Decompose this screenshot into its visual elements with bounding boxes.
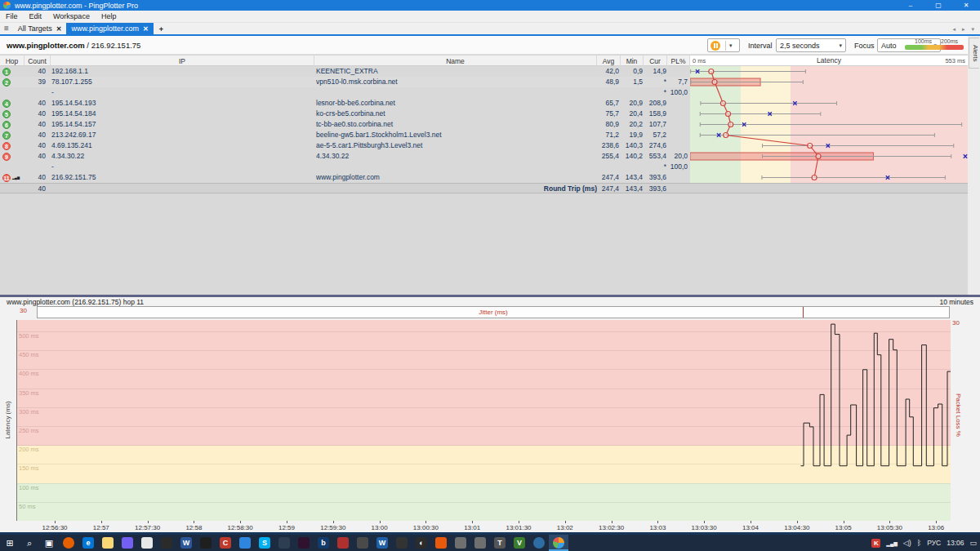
volume-icon[interactable]: ◁)	[903, 539, 911, 547]
tab-scroll-buttons[interactable]: ◂ ▸ ▾	[953, 26, 977, 33]
cell-count: 40	[24, 172, 46, 183]
defender-taskbar-icon[interactable]: W	[372, 535, 392, 551]
task-view-taskbar-icon[interactable]: ▣	[39, 535, 59, 551]
column-header-count[interactable]: Count	[24, 56, 51, 67]
notification-center-icon[interactable]: ▭	[969, 539, 977, 547]
column-header-avg[interactable]: Avg	[597, 56, 621, 67]
tab-active-target[interactable]: www.pingplotter.com ✕	[66, 23, 153, 34]
cell-name	[316, 162, 595, 172]
browser-globe-icon	[533, 537, 545, 549]
time-tickmark	[612, 521, 612, 523]
menu-item-file[interactable]: File	[0, 12, 24, 20]
pingplotter-taskbar-icon[interactable]	[549, 535, 568, 551]
cell-pl	[667, 109, 688, 119]
network-icon[interactable]: ▂▄▆	[886, 540, 897, 546]
gridline-label: 500 ms	[19, 332, 39, 340]
chevron-down-icon[interactable]: ▾	[725, 41, 733, 51]
hop-status-badge: 9	[2, 153, 11, 161]
menu-item-help[interactable]: Help	[96, 12, 122, 20]
badge-app-2-taskbar-icon[interactable]	[470, 535, 490, 551]
column-header-ip[interactable]: IP	[51, 56, 314, 67]
antivirus-tray-icon[interactable]: K	[871, 539, 880, 548]
minimize-button[interactable]: –	[897, 0, 924, 11]
t-app-icon: T	[494, 537, 506, 549]
table-row-hop-2[interactable]: 23978.107.1.255vpn510-l0.msk.corbina.net…	[0, 77, 690, 87]
close-button[interactable]: ✕	[952, 0, 980, 11]
taskbar-clock[interactable]: 13:06	[947, 539, 964, 547]
table-row-hop-5[interactable]: 540195.14.54.184ko-crs-be5.corbina.net75…	[0, 109, 690, 119]
word-taskbar-icon[interactable]: W	[176, 535, 196, 551]
console-taskbar-icon[interactable]	[274, 535, 294, 551]
video-editor-taskbar-icon[interactable]	[294, 535, 314, 551]
column-header-pl%[interactable]: PL%	[667, 56, 690, 67]
jitter-strip[interactable]: Jitter (ms)	[37, 306, 950, 318]
start-taskbar-icon[interactable]: ⊞	[0, 535, 20, 551]
swirl-app-icon: ◐	[416, 537, 427, 549]
obs-taskbar-icon[interactable]: b	[314, 535, 333, 551]
table-row-hop-1[interactable]: 140192.168.1.1KEENETIC_EXTRA42,00,914,9	[0, 66, 690, 77]
ccleaner-taskbar-icon[interactable]: C	[216, 535, 235, 551]
bluetooth-icon[interactable]: ᛒ	[917, 539, 921, 547]
time-tick-label: 13:03	[649, 524, 666, 531]
disc-app-taskbar-icon[interactable]	[353, 535, 372, 551]
badge-app-1-taskbar-icon[interactable]	[451, 535, 470, 551]
column-header-cur[interactable]: Cur	[644, 56, 667, 67]
alerts-side-tab[interactable]: Alerts	[969, 38, 979, 69]
table-row-hop-missing-2[interactable]: -*100,0	[0, 87, 690, 98]
time-tick-label: 13:04	[742, 524, 759, 531]
close-tab-icon[interactable]: ✕	[143, 25, 149, 33]
data-start-marker	[803, 307, 804, 318]
column-header-name[interactable]: Name	[314, 56, 597, 67]
new-tab-button[interactable]: +	[154, 25, 169, 34]
firefox-taskbar-icon[interactable]	[59, 535, 78, 551]
tab-all-targets[interactable]: All Targets ✕	[13, 23, 67, 34]
table-row-hop-8[interactable]: 8404.69.135.241ae-5-5.car1.Pittsburgh3.L…	[0, 140, 690, 151]
table-row-hop-6[interactable]: 640195.14.54.157tc-bb-ae0.sto.corbina.ne…	[0, 119, 690, 130]
search-taskbar-icon[interactable]: ⌕	[20, 535, 39, 551]
table-row-hop-9[interactable]: 9404.34.30.224.34.30.22255,4140,2553,420…	[0, 151, 690, 162]
close-tab-icon[interactable]: ✕	[56, 25, 62, 33]
media-app-taskbar-icon[interactable]	[196, 535, 216, 551]
jitter-title: Jitter (ms)	[38, 309, 949, 316]
utility-taskbar-icon[interactable]	[392, 535, 412, 551]
column-header-hop[interactable]: Hop	[0, 56, 24, 67]
edge-taskbar-icon[interactable]: e	[78, 535, 98, 551]
mail-taskbar-icon[interactable]	[235, 535, 255, 551]
photos-taskbar-icon[interactable]	[157, 535, 176, 551]
hop-status-badge: 6	[2, 121, 11, 129]
pause-button[interactable]: ▾	[707, 38, 740, 52]
swirl-app-taskbar-icon[interactable]: ◐	[412, 535, 431, 551]
table-row-hop-7[interactable]: 740213.242.69.17beeline-gw5.bar1.Stockho…	[0, 130, 690, 140]
cell-ip: 195.14.54.184	[51, 109, 313, 119]
vegas-taskbar-icon[interactable]: V	[510, 535, 529, 551]
tab-list-icon[interactable]: ≡	[0, 24, 13, 34]
language-indicator[interactable]: РУС	[927, 539, 941, 547]
loss-axis-title: Packet Loss %	[955, 379, 962, 452]
cell-avg: 255,4	[597, 151, 619, 162]
t-app-taskbar-icon[interactable]: T	[490, 535, 510, 551]
cell-name: ko-crs-be5.corbina.net	[316, 109, 595, 119]
latency-timeline-plot[interactable]: 500 ms450 ms400 ms350 ms300 ms250 ms200 …	[16, 320, 950, 521]
viber-taskbar-icon[interactable]	[118, 535, 137, 551]
interval-select[interactable]: 2,5 seconds ▾	[776, 38, 846, 52]
explorer-taskbar-icon[interactable]	[98, 535, 118, 551]
maximize-button[interactable]: ▢	[924, 0, 952, 11]
timeline-shown-icon: ▂▄▆	[12, 175, 19, 181]
table-row-hop-11[interactable]: 11▂▄▆40216.92.151.75www.pingplotter.com2…	[0, 172, 690, 183]
time-tickmark	[55, 521, 56, 523]
skype-taskbar-icon[interactable]: S	[255, 535, 274, 551]
browser-globe-taskbar-icon[interactable]	[529, 535, 549, 551]
grid-app-taskbar-icon[interactable]	[333, 535, 353, 551]
table-row-hop-4[interactable]: 440195.14.54.193lesnor-bb-be6.corbina.ne…	[0, 98, 690, 109]
time-tickmark	[287, 521, 287, 523]
table-row-hop-missing-9[interactable]: -*100,0	[0, 162, 690, 172]
menu-item-workspace[interactable]: Workspace	[47, 12, 96, 20]
cell-ip: 195.14.54.157	[51, 119, 313, 130]
torrent-taskbar-icon[interactable]	[431, 535, 451, 551]
store-taskbar-icon[interactable]	[137, 535, 157, 551]
menu-item-edit[interactable]: Edit	[24, 12, 48, 20]
cell-ip: -	[51, 87, 313, 98]
column-header-min[interactable]: Min	[621, 56, 644, 67]
gridline-200	[17, 445, 951, 446]
task-view-icon: ▣	[43, 537, 55, 549]
